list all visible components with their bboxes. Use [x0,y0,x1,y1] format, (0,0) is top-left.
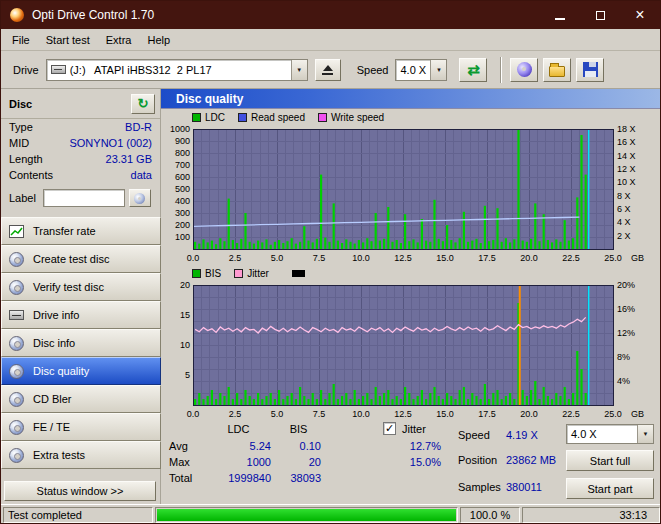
svg-text:2 X: 2 X [617,231,631,241]
refresh-disc-button[interactable]: ↻ [131,94,155,114]
svg-text:4%: 4% [617,376,630,386]
disc-icon [9,448,24,463]
jitter-checkbox[interactable]: ✓ [383,422,396,435]
disc-icon [517,62,532,77]
svg-text:22.5: 22.5 [562,253,580,263]
window-title: Opti Drive Control 1.70 [32,8,154,22]
sidebar-button-create-test-disc[interactable]: Create test disc [1,245,161,273]
svg-text:17.5: 17.5 [478,409,496,419]
sidebar-button-disc-info[interactable]: Disc info [1,329,161,357]
svg-text:2.5: 2.5 [229,409,242,419]
avg-jitter: 12.7% [396,440,441,452]
refresh-icon: ↻ [138,97,149,110]
svg-text:20.0: 20.0 [520,409,538,419]
drive-label: Drive [13,64,39,76]
close-button[interactable]: × [620,1,660,29]
dropdown-arrow-icon[interactable]: ▼ [637,425,653,443]
svg-text:12%: 12% [617,328,635,338]
dropdown-arrow-icon[interactable]: ▼ [430,60,446,80]
maximize-button[interactable] [580,1,620,29]
disc-image-button[interactable] [510,58,538,82]
svg-text:7.5: 7.5 [313,409,326,419]
info-value: SONYNO1 (002) [69,137,152,149]
bis-jitter-chart: 201510520%16%12%8%4%0.02.55.07.510.012.5… [163,281,655,421]
max-ldc: 1000 [206,456,271,468]
disc-icon [9,336,24,351]
sidebar-button-extra-tests[interactable]: Extra tests [1,441,161,469]
speed-label: Speed [458,429,490,441]
open-results-button[interactable] [543,58,571,82]
menu-file[interactable]: File [4,31,38,49]
progress-percent: 100.0 % [460,507,520,523]
max-bis: 20 [276,456,321,468]
disc-panel-header: Disc ↻ [1,89,160,119]
svg-text:GB: GB [631,409,644,419]
svg-text:6 X: 6 X [617,204,631,214]
svg-text:200: 200 [175,220,190,230]
speed-select[interactable]: 4.0 X ▼ [395,59,447,81]
page-title: Disc quality [161,89,661,109]
svg-text:600: 600 [175,172,190,182]
refresh-drives-button[interactable]: ⇄ [459,58,487,82]
info-label: Length [9,153,43,165]
start-full-button[interactable]: Start full [566,450,654,471]
elapsed-time: 33:13 [522,507,660,523]
legend-bis: BIS [192,268,221,279]
svg-text:10.0: 10.0 [352,409,370,419]
speed-label: Speed [357,64,389,76]
progress-fill [157,509,456,521]
total-bis: 38093 [276,472,321,484]
menu-help[interactable]: Help [139,31,178,49]
speed-value: 4.19 X [506,429,538,441]
info-label: MID [9,137,29,149]
info-value[interactable]: data [131,169,152,181]
eject-icon [323,65,333,71]
sidebar-button-disc-quality[interactable]: Disc quality [1,357,161,385]
legend-write-speed: Write speed [318,112,384,123]
window-controls: × [540,1,660,29]
svg-text:0.0: 0.0 [187,253,200,263]
ldc-column-header: LDC [206,423,271,435]
disc-icon [9,280,24,295]
minimize-button[interactable] [540,1,580,29]
samples-value: 380011 [506,481,542,493]
test-speed-select[interactable]: 4.0 X ▼ [566,424,654,444]
menu-extra[interactable]: Extra [98,31,140,49]
svg-text:5: 5 [185,370,190,380]
start-part-button[interactable]: Start part [566,478,654,499]
label-input[interactable] [43,189,125,207]
svg-text:1000: 1000 [170,125,190,134]
svg-text:5.0: 5.0 [271,409,284,419]
read-speed-swatch [238,113,247,122]
menu-start-test[interactable]: Start test [38,31,98,49]
sidebar-button-fe-te[interactable]: FE / TE [1,413,161,441]
refresh-icon: ⇄ [467,62,480,77]
avg-ldc: 5.24 [206,440,271,452]
sidebar: Disc ↻ Type BD-R MID SONYNO1 (002) Lengt… [1,89,161,504]
position-marker [292,270,305,277]
svg-text:12 X: 12 X [617,164,636,174]
svg-text:22.5: 22.5 [562,409,580,419]
drive-select[interactable]: (J:) ATAPI iHBS312 2 PL17 ▼ [46,59,308,81]
bis-column-header: BIS [276,423,321,435]
sidebar-button-transfer-rate[interactable]: Transfer rate [1,217,161,245]
status-bar: Test completed 100.0 % 33:13 [1,504,661,524]
label-disc-button[interactable] [129,189,151,207]
maximize-icon [596,11,605,20]
write-speed-swatch [318,113,327,122]
sidebar-button-cd-bler[interactable]: CD Bler [1,385,161,413]
svg-text:20: 20 [180,281,190,290]
eject-button[interactable] [315,59,341,81]
position-label: Position [458,454,497,466]
sidebar-button-verify-test-disc[interactable]: Verify test disc [1,273,161,301]
svg-text:18 X: 18 X [617,125,636,134]
dropdown-arrow-icon[interactable]: ▼ [291,60,307,80]
ldc-chart: 100090080070060050040030020010018 X16 X1… [163,125,655,265]
avg-bis: 0.10 [276,440,321,452]
status-window-button[interactable]: Status window >> [4,481,156,501]
sidebar-button-drive-info[interactable]: Drive info [1,301,161,329]
save-results-button[interactable] [576,58,604,82]
stats-panel: LDC BIS ✓ Jitter Avg 5.24 0.10 12.7% Max… [161,421,661,504]
svg-text:5.0: 5.0 [271,253,284,263]
svg-text:10 X: 10 X [617,177,636,187]
